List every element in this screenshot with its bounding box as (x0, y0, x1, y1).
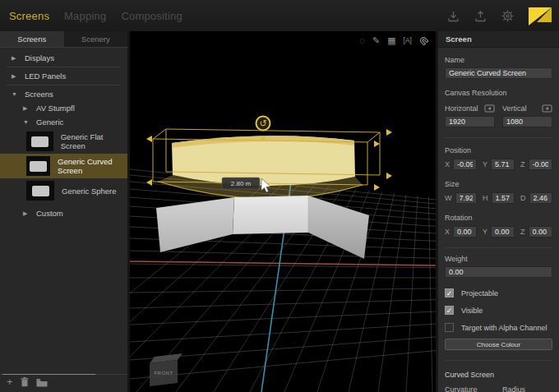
chevron-right-icon[interactable]: ▶ (12, 73, 19, 80)
library-tabs: Screens Scenery (0, 31, 127, 48)
delete-trash-icon[interactable] (21, 377, 29, 387)
library-tab-screens[interactable]: Screens (0, 31, 64, 47)
h-letter: H (483, 194, 488, 202)
screen-item-generic-flat[interactable]: Generic Flat Screen (0, 129, 127, 154)
3d-viewport[interactable]: ◌ ✎ ▦ [A] (130, 31, 436, 392)
tree-item-label: Generic (36, 118, 63, 127)
size-d-input[interactable] (529, 192, 553, 204)
alpha-target-label: Target with Alpha Channel (461, 324, 547, 332)
top-bar: Screens Mapping Compositing (0, 0, 559, 31)
resolution-preset-icon[interactable] (484, 104, 495, 113)
main-nav: Screens Mapping Compositing (0, 10, 182, 22)
chevron-right-icon[interactable]: ▶ (23, 105, 30, 112)
visible-checkbox[interactable] (445, 306, 454, 315)
visible-row: Visible (445, 306, 552, 315)
export-icon[interactable] (474, 9, 487, 23)
measurement-label: 2.80 m (222, 178, 260, 189)
rotation-gizmo[interactable]: ↺ (256, 117, 270, 131)
content-area: Screens Scenery ▶ Displays ▶ LED Panels … (0, 31, 559, 392)
app-window: Screens Mapping Compositing Sc (0, 0, 559, 392)
alpha-target-checkbox[interactable] (445, 323, 454, 332)
chevron-down-icon[interactable]: ▼ (23, 119, 30, 125)
tree-item-custom[interactable]: ▶ Custom (0, 206, 127, 220)
tree-item-label: AV Stumpfl (36, 104, 75, 113)
tab-screens[interactable]: Screens (9, 10, 49, 22)
projectable-row: Projectable (445, 288, 552, 297)
screen-item-generic-curved[interactable]: Generic Curved Screen (0, 154, 127, 178)
tree-item-screens[interactable]: ▼ Screens (0, 87, 127, 101)
position-y-input[interactable] (491, 159, 515, 170)
position-z-input[interactable] (529, 159, 553, 170)
weight-input[interactable] (445, 266, 552, 278)
horizontal-label: Horizontal (445, 104, 478, 113)
add-button[interactable]: + (7, 377, 13, 387)
scene-canvas[interactable]: ↺ 2.80 m (130, 31, 436, 392)
header-icons (446, 0, 552, 31)
rotation-label: Rotation (445, 214, 552, 222)
edit-pencil-icon[interactable]: ✎ (372, 35, 380, 45)
name-input[interactable] (445, 67, 552, 79)
library-footer: + (0, 374, 127, 392)
rotation-z-input[interactable] (529, 226, 553, 238)
settings-gear-icon[interactable] (501, 9, 515, 23)
size-w-input[interactable] (455, 192, 478, 204)
rotate-arrow-icon: ↺ (259, 118, 266, 128)
tree-item-label: Custom (36, 209, 63, 218)
choose-colour-button[interactable]: Choose Colour (445, 339, 552, 350)
screen-item-label: Generic Flat Screen (61, 132, 127, 150)
d-letter: D (520, 194, 526, 202)
screen-item-label: Generic Sphere (62, 187, 117, 196)
screens-tree: ▶ Displays ▶ LED Panels ▼ Screens ▶ AV S… (0, 48, 127, 220)
snap-magnet-icon[interactable] (419, 36, 428, 45)
library-tab-scenery[interactable]: Scenery (64, 31, 128, 47)
z-letter: Z (520, 160, 525, 168)
tree-item-av-stumpfl[interactable]: ▶ AV Stumpfl (0, 101, 127, 115)
horizontal-resolution-input[interactable] (445, 116, 495, 127)
folder-icon[interactable] (36, 378, 48, 387)
tree-item-generic[interactable]: ▼ Generic (0, 115, 127, 129)
tab-compositing[interactable]: Compositing (121, 10, 182, 22)
size-h-input[interactable] (492, 192, 515, 204)
chevron-right-icon[interactable]: ▶ (23, 210, 30, 217)
tree-item-label: LED Panels (25, 71, 66, 81)
tree-item-displays[interactable]: ▶ Displays (0, 51, 127, 65)
projectable-checkbox[interactable] (445, 288, 454, 297)
rotation-y-input[interactable] (491, 226, 515, 238)
radius-label: Radius (502, 385, 552, 392)
tab-mapping[interactable]: Mapping (64, 10, 106, 22)
resolution-preset-icon[interactable] (542, 104, 552, 113)
grid-toggle-icon[interactable]: ▦ (387, 35, 395, 45)
chevron-down-icon[interactable]: ▼ (12, 91, 19, 97)
vertical-resolution-input[interactable] (502, 116, 552, 127)
app-logo-icon (528, 6, 552, 26)
tree-item-label: Screens (25, 90, 53, 99)
x-letter: X (445, 228, 450, 236)
svg-text:2.80 m: 2.80 m (231, 180, 252, 187)
orbit-mode-icon[interactable]: ◌ (359, 35, 365, 45)
position-label: Position (445, 146, 552, 154)
screen-thumbnail (26, 131, 53, 151)
vertical-label: Vertical (502, 104, 527, 113)
screens-library-panel: Screens Scenery ▶ Displays ▶ LED Panels … (0, 31, 127, 392)
w-letter: W (445, 194, 452, 202)
labels-toggle-icon[interactable]: [A] (404, 35, 412, 45)
view-cube-label: FRONT (154, 371, 173, 376)
tree-item-led-panels[interactable]: ▶ LED Panels (0, 69, 127, 83)
inspector-title: Screen (438, 31, 559, 48)
chevron-right-icon[interactable]: ▶ (12, 55, 19, 62)
divider (445, 247, 552, 248)
visible-label: Visible (461, 307, 483, 315)
alpha-target-row: Target with Alpha Channel (445, 323, 552, 332)
screen-item-label: Generic Curved Screen (58, 157, 127, 175)
weight-label: Weight (445, 255, 552, 263)
import-icon[interactable] (446, 9, 460, 23)
curved-screen-section-title: Curved Screen (445, 371, 552, 379)
screen-item-generic-sphere[interactable]: Generic Sphere (0, 178, 127, 203)
y-letter: Y (483, 228, 487, 236)
inspector-panel: Screen Name Canvas Resolution Horizontal (438, 31, 559, 392)
view-cube[interactable]: FRONT (150, 353, 182, 386)
tree-item-label: Displays (25, 53, 54, 62)
position-x-input[interactable] (453, 159, 477, 170)
rotation-x-input[interactable] (453, 226, 477, 238)
scrollbar-thumb[interactable] (2, 374, 95, 375)
